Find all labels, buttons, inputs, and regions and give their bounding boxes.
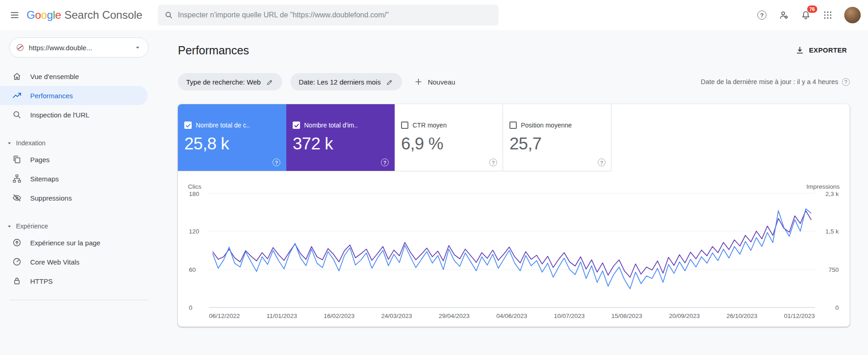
product-name: Search Console — [64, 9, 143, 21]
x-axis-label: 10/07/2023 — [554, 313, 585, 319]
x-axis-label: 24/03/2023 — [381, 313, 412, 319]
axis-tick: 0 — [835, 304, 839, 311]
sidebar-item-label: Suppressions — [30, 194, 72, 202]
property-icon — [16, 43, 24, 52]
menu-button[interactable] — [5, 5, 25, 25]
gauge-icon — [12, 257, 22, 267]
user-gear-icon — [778, 10, 789, 21]
lock-icon — [12, 276, 22, 286]
checkbox-icon[interactable] — [293, 122, 300, 129]
sidebar-item-sitemaps[interactable]: Sitemaps — [0, 169, 148, 188]
metric-label: Nombre total de c.. — [196, 122, 250, 129]
search-input[interactable] — [178, 11, 492, 19]
filter-chip-search-type[interactable]: Type de recherche: Web — [178, 73, 282, 90]
clicks-series-line — [213, 209, 811, 289]
apps-button[interactable] — [818, 5, 838, 25]
checkbox-icon[interactable] — [509, 122, 517, 129]
sidebar-item-pages[interactable]: Pages — [0, 150, 148, 169]
pages-icon — [12, 154, 22, 164]
sidebar-item-https[interactable]: HTTPS — [0, 271, 148, 291]
sidebar: https://www.double... Vue d'ensemble Per… — [0, 30, 158, 355]
avatar[interactable] — [844, 7, 861, 23]
x-axis-label: 26/10/2023 — [726, 313, 757, 319]
section-label: Expérience — [16, 223, 48, 230]
x-axis-label: 11/01/2023 — [267, 313, 297, 319]
right-axis: 2,3 k 1,5 k 750 0 — [815, 193, 840, 308]
url-inspection-searchbar[interactable] — [158, 5, 498, 26]
metric-card-ctr[interactable]: CTR moyen 6,9 % ? — [395, 104, 503, 171]
checkbox-icon[interactable] — [184, 122, 192, 129]
sidebar-item-page-experience[interactable]: Expérience sur la page — [0, 233, 148, 252]
filter-chip-date[interactable]: Date: Les 12 derniers mois — [290, 73, 402, 90]
magnifier-icon — [12, 110, 22, 120]
account-settings-button[interactable] — [774, 5, 794, 25]
sidebar-item-url-inspection[interactable]: Inspection de l'URL — [0, 105, 148, 124]
topbar-actions: ? 76 — [752, 5, 861, 25]
section-label: Indexation — [16, 139, 46, 147]
x-axis-label: 01/12/2023 — [784, 313, 815, 319]
help-icon[interactable]: ? — [273, 159, 280, 166]
chevron-down-icon — [134, 43, 142, 52]
metric-value: 6,9 % — [401, 134, 496, 154]
help-icon[interactable]: ? — [381, 159, 389, 166]
metric-label: Position moyenne — [521, 122, 572, 129]
axis-tick: 120 — [189, 228, 199, 235]
eye-off-icon — [12, 193, 22, 203]
chevron-down-icon — [7, 224, 12, 229]
x-axis-label: 20/09/2023 — [669, 313, 700, 319]
sidebar-item-suppressions[interactable]: Suppressions — [0, 188, 148, 207]
help-icon[interactable]: ? — [489, 159, 497, 166]
help-icon[interactable]: ? — [598, 159, 605, 166]
plus-icon — [414, 77, 423, 86]
export-button[interactable]: EXPORTER — [793, 42, 850, 58]
sidebar-divider — [9, 300, 149, 300]
chart-area: Clics Impressions 180 120 60 0 — [178, 171, 850, 319]
axis-tick: 2,3 k — [825, 191, 839, 197]
hamburger-icon — [10, 10, 20, 20]
metric-card-clicks[interactable]: Nombre total de c.. 25,8 k ? — [178, 104, 286, 171]
sidebar-item-label: Core Web Vitals — [30, 258, 80, 266]
topbar: Google Search Console ? — [0, 0, 868, 30]
filter-label: Date: Les 12 derniers mois — [299, 78, 380, 86]
sidebar-item-label: Sitemaps — [30, 175, 59, 183]
page-experience-icon — [12, 238, 22, 248]
main-content: Performances EXPORTER Type de recherche:… — [158, 30, 868, 355]
new-filter-button[interactable]: Nouveau — [410, 74, 459, 89]
checkbox-icon[interactable] — [401, 122, 408, 129]
edit-pencil-icon — [266, 78, 274, 86]
export-label: EXPORTER — [809, 47, 847, 54]
sidebar-item-performances[interactable]: Performances — [0, 86, 148, 105]
sidebar-section-indexation: Indexation Pages Sitemaps Suppressions — [0, 136, 158, 207]
impressions-series-line — [213, 211, 811, 277]
right-axis-caption: Impressions — [806, 183, 840, 190]
section-header-experience[interactable]: Expérience — [0, 219, 158, 233]
sidebar-item-label: Pages — [30, 156, 50, 164]
axis-tick: 180 — [189, 191, 199, 197]
sidebar-item-overview[interactable]: Vue d'ensemble — [0, 67, 148, 86]
metric-value: 25,8 k — [184, 134, 279, 154]
help-button[interactable]: ? — [752, 5, 772, 25]
metric-label: Nombre total d'im.. — [304, 122, 358, 129]
performance-line-chart[interactable] — [209, 193, 815, 308]
sidebar-item-core-web-vitals[interactable]: Core Web Vitals — [0, 252, 148, 271]
download-icon — [795, 46, 804, 55]
metric-card-impressions[interactable]: Nombre total d'im.. 372 k ? — [286, 104, 395, 171]
sidebar-item-label: HTTPS — [30, 277, 53, 285]
performance-card: Nombre total de c.. 25,8 k ? Nombre tota… — [178, 104, 850, 327]
sidebar-item-label: Vue d'ensemble — [30, 73, 79, 80]
x-axis-label: 06/12/2022 — [209, 313, 240, 319]
sidebar-item-label: Inspection de l'URL — [30, 111, 90, 119]
apps-grid-icon — [823, 10, 833, 20]
property-selector[interactable]: https://www.double... — [9, 37, 149, 58]
metric-value: 372 k — [293, 134, 388, 154]
property-label: https://www.double... — [29, 44, 129, 52]
axis-tick: 1,5 k — [825, 228, 839, 235]
metric-card-position[interactable]: Position moyenne 25,7 ? — [503, 104, 611, 171]
x-axis-label: 29/04/2023 — [439, 313, 470, 319]
section-header-indexation[interactable]: Indexation — [0, 136, 158, 150]
google-logo-text: Google — [27, 9, 61, 21]
search-icon — [164, 11, 173, 20]
sidebar-section-experience: Expérience Expérience sur la page Core W… — [0, 219, 158, 291]
help-icon[interactable]: ? — [842, 78, 850, 86]
x-axis-label: 04/06/2023 — [496, 313, 527, 319]
